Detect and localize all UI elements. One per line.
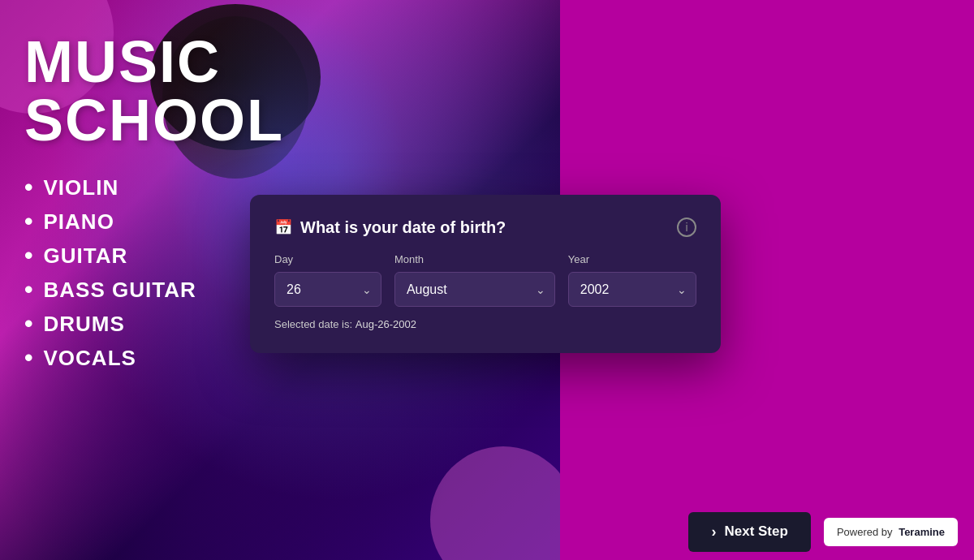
day-label: Day	[274, 253, 381, 265]
next-step-button[interactable]: › Next Step	[688, 512, 810, 552]
powered-by-text: Powered by	[837, 526, 893, 538]
calendar-icon: 📅	[274, 218, 292, 236]
brand-name: Teramine	[899, 526, 945, 538]
bottom-bar: › Next Step Powered by Teramine	[560, 503, 974, 560]
powered-by-badge: Powered by Teramine	[824, 518, 958, 546]
date-selectors: Day 123456789101112131415161718192021222…	[274, 253, 696, 307]
card-title-group: 📅 What is your date of birth?	[274, 218, 506, 237]
year-selector-wrapper: 1980198119821983198419851986198719881989…	[568, 272, 696, 307]
info-icon[interactable]: i	[677, 218, 696, 237]
year-select[interactable]: 1980198119821983198419851986198719881989…	[568, 272, 696, 307]
year-label: Year	[568, 253, 696, 265]
next-step-label: Next Step	[724, 523, 787, 540]
school-title: MUSIC SCHOOL	[24, 32, 536, 149]
month-label: Month	[394, 253, 555, 265]
month-selector-wrapper: JanuaryFebruaryMarchAprilMayJuneJulyAugu…	[394, 272, 555, 307]
next-arrow-icon: ›	[711, 523, 716, 541]
day-select[interactable]: 1234567891011121314151617181920212223242…	[274, 272, 381, 307]
day-selector-group: Day 123456789101112131415161718192021222…	[274, 253, 381, 307]
month-select[interactable]: JanuaryFebruaryMarchAprilMayJuneJulyAugu…	[394, 272, 555, 307]
year-selector-group: Year 19801981198219831984198519861987198…	[568, 253, 696, 307]
day-selector-wrapper: 1234567891011121314151617181920212223242…	[274, 272, 381, 307]
dob-card: 📅 What is your date of birth? i Day 1234…	[250, 195, 721, 353]
month-selector-group: Month JanuaryFebruaryMarchAprilMayJuneJu…	[394, 253, 555, 307]
card-title: What is your date of birth?	[300, 218, 506, 237]
selected-date-display: Selected date is: Aug-26-2002	[274, 318, 696, 330]
card-header: 📅 What is your date of birth? i	[274, 218, 696, 237]
